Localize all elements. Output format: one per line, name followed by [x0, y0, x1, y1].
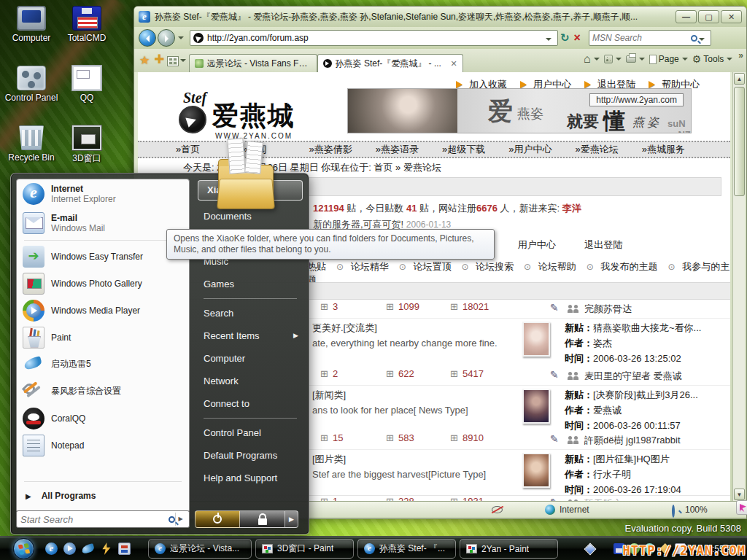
- toolbar-help[interactable]: 论坛帮助: [538, 261, 576, 272]
- board-title-fragment[interactable]: [图片类]: [312, 453, 346, 466]
- start-item-help-support[interactable]: Help and Support: [195, 467, 306, 489]
- toolbar-hot[interactable]: 热贴: [307, 261, 326, 272]
- stop-button[interactable]: ×: [574, 30, 581, 46]
- taskbar-button-3d-paint[interactable]: 3D窗口 - Paint: [255, 539, 354, 559]
- quicklaunch-media-player-icon[interactable]: [63, 542, 76, 555]
- scrollbar-thumb[interactable]: [734, 87, 745, 196]
- login-logout[interactable]: 退出登陆: [584, 239, 622, 250]
- stat-newest-member[interactable]: 李洋: [562, 203, 581, 214]
- start-item-default-programs[interactable]: Default Programs: [195, 444, 306, 467]
- address-bar[interactable]: [190, 30, 558, 46]
- desktop-icon-totalcmd[interactable]: TotalCMD: [55, 6, 118, 43]
- start-item-network[interactable]: Network: [195, 370, 306, 392]
- start-item-photo-gallery[interactable]: Windows Photo Gallery: [17, 270, 189, 297]
- start-search-input[interactable]: [20, 514, 169, 525]
- scroll-down-icon[interactable]: ▼: [734, 489, 745, 500]
- start-item-control-panel[interactable]: Control Panel: [195, 421, 306, 444]
- address-dropdown-icon[interactable]: [546, 38, 551, 44]
- tools-dropdown-icon[interactable]: [727, 58, 732, 63]
- start-item-email[interactable]: E-mailWindows Mail: [17, 209, 189, 238]
- start-item-computer[interactable]: Computer: [195, 347, 306, 370]
- nav-services[interactable]: »燕城服务: [642, 143, 708, 156]
- moderator-name[interactable]: 完颜苏骨达: [584, 303, 632, 316]
- desktop-icon-qq[interactable]: QQ: [55, 66, 118, 103]
- desktop-icon-control-panel[interactable]: Control Panel: [0, 66, 63, 103]
- start-item-search[interactable]: Search: [195, 302, 306, 324]
- desktop-icon-3d-window[interactable]: 3D窗口: [55, 125, 118, 165]
- start-button[interactable]: [13, 538, 34, 559]
- power-button[interactable]: [195, 510, 240, 528]
- refresh-button[interactable]: ↻: [560, 30, 570, 46]
- taskbar-button-2yan-ie[interactable]: 孙燕姿 Stef- 『...: [357, 539, 456, 559]
- address-input[interactable]: [207, 33, 544, 43]
- maximize-button[interactable]: ▢: [698, 10, 719, 23]
- page-dropdown-icon[interactable]: [682, 58, 688, 63]
- start-item-notepad[interactable]: Notepad: [17, 432, 189, 459]
- print-icon[interactable]: [626, 55, 636, 63]
- last-post-title[interactable]: 猜燕姿歌曲大接龙~看你...: [593, 322, 701, 333]
- search-input[interactable]: [592, 33, 691, 43]
- board-title-fragment[interactable]: 更美好.[交流类]: [312, 322, 377, 335]
- quicklaunch-window-icon[interactable]: [118, 542, 131, 555]
- last-post-author[interactable]: 姿杰: [593, 338, 612, 349]
- tab-list-dropdown-icon[interactable]: [180, 59, 186, 65]
- last-post-author[interactable]: 爱燕诚: [593, 405, 622, 416]
- start-item-internet[interactable]: InternetInternet Explorer: [17, 179, 189, 209]
- nav-quotes[interactable]: »燕姿语录: [376, 143, 442, 156]
- feeds-dropdown-icon[interactable]: [616, 58, 622, 63]
- last-post-title[interactable]: [图片征集]HQ图片: [593, 454, 670, 464]
- back-button[interactable]: [139, 29, 156, 47]
- start-item-storm-settings[interactable]: 暴风影音综合设置: [17, 378, 189, 405]
- header-banner[interactable]: 爱 燕姿 就要 懂 燕 姿 suN yaNZi http://www.2yan.…: [347, 88, 692, 133]
- tab-2yan-active[interactable]: 孙燕姿 Stef-『爱燕城』 - ... ✕: [317, 54, 463, 72]
- desktop-icon-computer[interactable]: Computer: [0, 6, 63, 43]
- toolbar-top[interactable]: 论坛置顶: [413, 261, 451, 272]
- start-item-thunder[interactable]: 启动迅雷5: [17, 351, 189, 378]
- site-logo-name[interactable]: 爱燕城: [212, 98, 295, 134]
- quick-tabs-icon[interactable]: [167, 56, 179, 66]
- board-title-fragment[interactable]: [新闻类]: [312, 389, 346, 402]
- moderator-name[interactable]: 麦田里的守望者 爱燕诚: [584, 370, 682, 383]
- moderator-name[interactable]: 許願dë樹 jgl1987rabbit: [584, 434, 681, 447]
- nav-user-center[interactable]: »用户中心: [508, 143, 575, 156]
- last-post-title[interactable]: [决赛阶段]截止到3月26...: [593, 389, 698, 400]
- nav-photos[interactable]: »燕姿倩影: [309, 143, 376, 156]
- start-item-media-player[interactable]: Windows Media Player: [17, 297, 189, 324]
- scroll-up-icon[interactable]: ▲: [734, 73, 745, 85]
- feeds-icon[interactable]: [604, 55, 613, 63]
- home-dropdown-icon[interactable]: [594, 58, 600, 63]
- favorites-center-icon[interactable]: ★: [139, 53, 150, 67]
- nav-downloads[interactable]: »超级下载: [442, 143, 508, 156]
- start-item-recent-items[interactable]: Recent Items▶: [195, 324, 306, 347]
- taskbar-button-vista-forum[interactable]: 远景论坛 - Vista...: [148, 539, 252, 559]
- close-button[interactable]: ✕: [721, 10, 742, 23]
- start-search-box[interactable]: ▶: [16, 510, 190, 528]
- all-programs[interactable]: ▶ All Programs: [17, 486, 189, 506]
- quicklaunch-thunder-icon[interactable]: [81, 543, 95, 554]
- start-item-coralqq[interactable]: CoralQQ: [17, 405, 189, 432]
- start-item-paint[interactable]: Paint: [17, 324, 189, 351]
- zoom-icon[interactable]: [672, 505, 675, 518]
- quicklaunch-lightning-icon[interactable]: [100, 542, 112, 555]
- tab-vista-forum[interactable]: 远景论坛 - Vista Fans Forum -...: [189, 54, 317, 72]
- history-dropdown-icon[interactable]: [178, 36, 184, 42]
- vertical-scrollbar[interactable]: ▲ ▼: [732, 72, 745, 501]
- start-item-easy-transfer[interactable]: Windows Easy Transfer: [17, 243, 189, 270]
- phishing-filter-icon[interactable]: [492, 506, 503, 513]
- minimize-button[interactable]: —: [676, 10, 697, 23]
- tools-menu[interactable]: ⚙ Tools: [692, 53, 724, 65]
- tab-close-icon[interactable]: ✕: [450, 59, 457, 69]
- overflow-chevron-icon[interactable]: »: [738, 49, 743, 61]
- start-item-games[interactable]: Games: [195, 273, 306, 295]
- tray-diamond-icon[interactable]: [584, 542, 597, 555]
- title-bar[interactable]: 孙燕姿 Stef-『爱燕城』 - 爱燕论坛-孙燕姿,燕姿,燕姿 孙,Stefan…: [134, 7, 746, 27]
- start-item-connect-to[interactable]: Connect to: [195, 392, 306, 415]
- forward-button[interactable]: [158, 29, 175, 47]
- add-favorite-icon[interactable]: ✚: [154, 52, 164, 67]
- desktop-icon-recycle-bin[interactable]: Recycle Bin: [0, 125, 63, 163]
- search-icon[interactable]: [691, 35, 697, 42]
- toolbar-my-topics[interactable]: 我发布的主题: [600, 261, 657, 272]
- search-box[interactable]: [589, 30, 711, 46]
- print-dropdown-icon[interactable]: [639, 58, 645, 63]
- quicklaunch-ie-icon[interactable]: [45, 542, 58, 555]
